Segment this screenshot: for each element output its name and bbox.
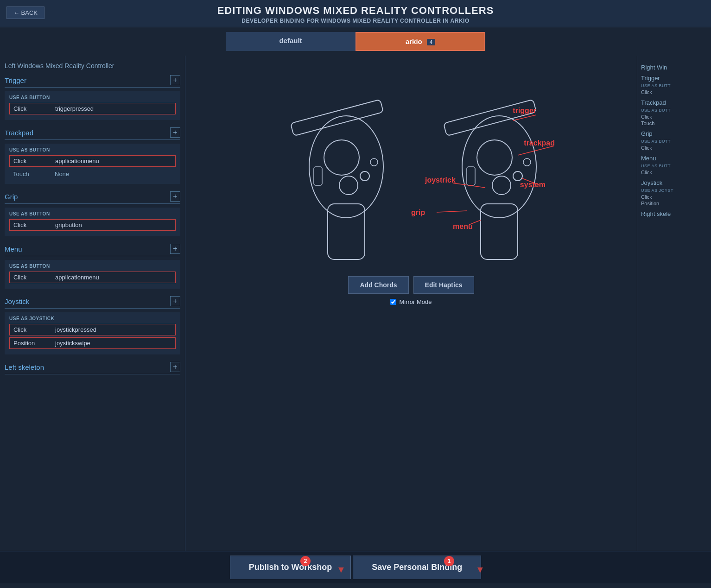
trigger-click-value: triggerpressed <box>55 105 171 112</box>
trackpad-header: Trackpad + <box>5 127 180 140</box>
joystick-click-binding[interactable]: Click joystickpressed <box>9 324 176 335</box>
annotation-grip: grip <box>411 209 425 217</box>
right-trackpad-touch[interactable]: Touch <box>641 120 707 126</box>
annotation-joystrick: joystrick <box>425 176 456 184</box>
controller-diagram: trigger trackpad joystrick grip menu sys… <box>254 65 569 269</box>
right-joystick-title: Joystick <box>641 179 707 186</box>
joystick-header: Joystick + <box>5 296 180 309</box>
svg-point-3 <box>339 176 358 195</box>
publish-to-workshop-button[interactable]: Publish to Workshop <box>230 556 351 579</box>
header: ← BACK EDITING WINDOWS MIXED REALITY CON… <box>0 0 711 27</box>
menu-header: Menu + <box>5 244 180 256</box>
right-menu-click[interactable]: Click <box>641 169 707 176</box>
svg-point-7 <box>370 158 378 166</box>
left-skeleton-add-button[interactable]: + <box>170 362 180 372</box>
menu-click-binding[interactable]: Click applicationmenu <box>9 272 176 283</box>
save-personal-binding-button[interactable]: Save Personal Binding <box>353 556 481 579</box>
right-trackpad-section: Trackpad USE AS BUTT Click Touch <box>641 99 707 126</box>
grip-title: Grip <box>5 193 18 201</box>
trigger-content: USE AS BUTTON Click triggerpressed <box>5 91 180 120</box>
menu-title: Menu <box>5 245 22 253</box>
joystick-sub-label: USE AS JOYSTICK <box>9 316 176 321</box>
trackpad-click-binding[interactable]: Click applicationmenu <box>9 155 176 167</box>
joystick-title: Joystick <box>5 297 29 305</box>
right-grip-section: Grip USE AS BUTT Click <box>641 130 707 151</box>
joystick-click-label: Click <box>13 326 55 333</box>
left-panel: Left Windows Mixed Reality Controller Tr… <box>0 56 185 551</box>
right-menu-section: Menu USE AS BUTT Click <box>641 155 707 176</box>
svg-rect-13 <box>467 167 475 185</box>
controller-svg <box>254 65 569 269</box>
trigger-click-binding[interactable]: Click triggerpressed <box>9 103 176 114</box>
trigger-sub-label: USE AS BUTTON <box>9 95 176 100</box>
right-joystick-sub: USE AS JOYST <box>641 188 707 193</box>
footer: 2 ▼ Publish to Workshop Save Personal Bi… <box>0 551 711 583</box>
right-trackpad-click[interactable]: Click <box>641 114 707 120</box>
back-button[interactable]: ← BACK <box>6 6 44 19</box>
tab-arkio-badge: 4 <box>427 39 435 45</box>
trackpad-content: USE AS BUTTON Click applicationmenu Touc… <box>5 144 180 184</box>
svg-point-10 <box>477 140 512 175</box>
left-skeleton-header: Left skeleton + <box>5 362 180 374</box>
right-grip-click[interactable]: Click <box>641 145 707 151</box>
publish-arrow: ▼ <box>336 564 346 575</box>
mirror-mode-checkbox[interactable] <box>390 299 396 305</box>
left-skeleton-title: Left skeleton <box>5 363 44 371</box>
menu-click-value: applicationmenu <box>55 274 171 281</box>
grip-header: Grip + <box>5 191 180 204</box>
trackpad-touch-label: Touch <box>13 171 55 177</box>
trigger-add-button[interactable]: + <box>170 75 180 85</box>
right-joystick-section: Joystick USE AS JOYST Click Position <box>641 179 707 207</box>
mirror-mode-text: Mirror Mode <box>399 298 432 305</box>
menu-content: USE AS BUTTON Click applicationmenu <box>5 260 180 289</box>
joystick-add-button[interactable]: + <box>170 296 180 306</box>
right-grip-title: Grip <box>641 130 707 137</box>
section-left-skeleton: Left skeleton + <box>5 362 180 374</box>
right-joystick-click[interactable]: Click <box>641 194 707 200</box>
joystick-position-binding[interactable]: Position joystickswipe <box>9 337 176 349</box>
right-menu-sub: USE AS BUTT <box>641 164 707 168</box>
grip-add-button[interactable]: + <box>170 191 180 202</box>
tab-default[interactable]: default <box>226 32 356 51</box>
edit-haptics-button[interactable]: Edit Haptics <box>413 276 474 294</box>
tab-bar: default arkio 4 <box>0 27 711 56</box>
svg-rect-9 <box>481 204 518 259</box>
trackpad-add-button[interactable]: + <box>170 127 180 138</box>
menu-sub-label: USE AS BUTTON <box>9 264 176 269</box>
joystick-position-value: joystickswipe <box>55 340 171 347</box>
menu-add-button[interactable]: + <box>170 244 180 254</box>
right-trigger-section: Trigger USE AS BUTT Click <box>641 75 707 95</box>
svg-point-11 <box>492 176 511 195</box>
trigger-click-label: Click <box>13 105 55 112</box>
section-trigger: Trigger + USE AS BUTTON Click triggerpre… <box>5 75 180 120</box>
right-trackpad-title: Trackpad <box>641 99 707 106</box>
tab-arkio[interactable]: arkio 4 <box>356 32 485 51</box>
center-buttons: Add Chords Edit Haptics <box>348 276 474 294</box>
right-joystick-position[interactable]: Position <box>641 200 707 207</box>
right-panel-title: Right Win <box>641 64 707 71</box>
grip-sub-label: USE AS BUTTON <box>9 211 176 216</box>
right-trigger-click[interactable]: Click <box>641 89 707 95</box>
trackpad-click-value: applicationmenu <box>55 158 171 164</box>
right-skeleton-section: Right skele <box>641 210 707 217</box>
joystick-position-label: Position <box>13 340 55 347</box>
svg-rect-1 <box>328 204 365 259</box>
section-grip: Grip + USE AS BUTTON Click gripbutton <box>5 191 180 236</box>
mirror-mode-label[interactable]: Mirror Mode <box>390 298 432 305</box>
svg-point-15 <box>523 158 531 166</box>
center-panel: trigger trackpad joystrick grip menu sys… <box>185 56 637 551</box>
right-trigger-title: Trigger <box>641 75 707 82</box>
annotation-trigger: trigger <box>513 107 536 115</box>
save-arrow: ▼ <box>476 564 485 575</box>
trackpad-touch-binding[interactable]: Touch None <box>9 169 176 179</box>
grip-click-binding[interactable]: Click gripbutton <box>9 219 176 231</box>
right-skeleton-title: Right skele <box>641 210 707 217</box>
grip-click-value: gripbutton <box>55 221 171 228</box>
add-chords-button[interactable]: Add Chords <box>348 276 408 294</box>
page-title: EDITING WINDOWS MIXED REALITY CONTROLLER… <box>9 5 702 17</box>
annotation-trackpad: trackpad <box>524 139 555 147</box>
menu-click-label: Click <box>13 274 55 281</box>
page-subtitle: DEVELOPER BINDING FOR WINDOWS MIXED REAL… <box>9 18 702 24</box>
section-joystick: Joystick + USE AS JOYSTICK Click joystic… <box>5 296 180 354</box>
svg-point-2 <box>324 140 359 175</box>
